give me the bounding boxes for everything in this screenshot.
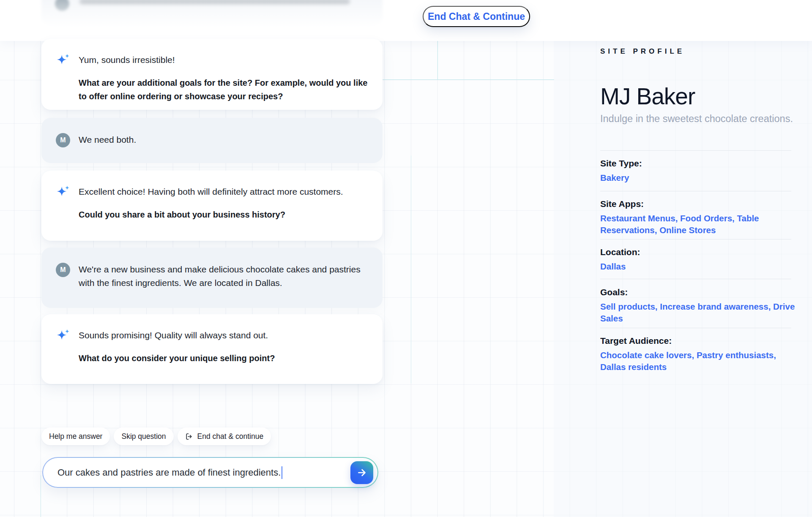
ai-message: Excellent choice! Having both will defin… — [41, 171, 383, 241]
panel-heading: SITE PROFILE — [600, 47, 685, 56]
message-body: We're a new business and make delicious … — [79, 263, 368, 308]
site-tagline: Indulge in the sweetest chocolate creati… — [600, 113, 793, 125]
ai-message-question: Could you share a bit about your busines… — [79, 208, 368, 221]
ai-message-question: What are your additional goals for the s… — [79, 76, 368, 103]
text-caret — [282, 466, 282, 479]
send-button[interactable] — [350, 461, 373, 484]
message-body: Sounds promising! Quality will always st… — [79, 329, 368, 384]
sparkle-icon — [56, 185, 70, 198]
ai-message: Yum, sounds irresistible! What are your … — [41, 39, 383, 110]
site-profile-panel: SITE PROFILE MJ Baker Indulge in the swe… — [600, 0, 799, 517]
ai-site-builder-app: End Chat & Continue Yum, sounds irresist… — [0, 0, 812, 517]
field-value-location: Dallas — [600, 261, 798, 272]
message-gutter — [56, 53, 70, 110]
message-gutter — [56, 185, 70, 241]
field-label-goals: Goals: — [600, 287, 628, 298]
field-label-location: Location: — [600, 247, 640, 258]
ai-message-text: Sounds promising! Quality will always st… — [79, 329, 368, 342]
message-gutter: M — [56, 263, 70, 308]
end-chat-continue-chip[interactable]: End chat & continue — [178, 427, 271, 445]
ai-message: Sounds promising! Quality will always st… — [41, 314, 383, 384]
chip-label: End chat & continue — [197, 432, 264, 441]
message-body: Excellent choice! Having both will defin… — [79, 185, 368, 241]
message-body: We need both. — [79, 133, 368, 163]
divider — [600, 150, 791, 151]
quick-actions-row: Help me answer Skip question End chat & … — [41, 427, 271, 445]
guide-line-vertical — [41, 475, 41, 517]
divider — [600, 191, 791, 191]
user-avatar: M — [56, 263, 70, 277]
message-input-value: Our cakes and pastries are made of fines… — [57, 467, 281, 478]
divider — [600, 239, 791, 239]
user-message-text: We need both. — [79, 133, 368, 147]
sparkle-icon — [56, 53, 70, 66]
message-input[interactable]: Our cakes and pastries are made of fines… — [42, 457, 378, 488]
guide-line-vertical — [411, 155, 411, 384]
user-message-text: We're a new business and make delicious … — [79, 263, 368, 290]
field-value-site-apps: Restaurant Menus, Food Orders, Table Res… — [600, 212, 798, 236]
field-value-goals: Sell products, Increase brand awareness,… — [600, 301, 798, 324]
message-gutter — [56, 329, 70, 384]
site-name: MJ Baker — [600, 83, 695, 110]
user-avatar: M — [56, 133, 70, 147]
ai-message-text: Excellent choice! Having both will defin… — [79, 185, 368, 199]
user-message: M We're a new business and make deliciou… — [41, 248, 383, 308]
exit-icon — [185, 433, 193, 441]
message-body: Yum, sounds irresistible! What are your … — [79, 53, 368, 110]
chip-label: Skip question — [121, 432, 166, 441]
chip-label: Help me answer — [49, 432, 102, 441]
user-message: M We need both. — [41, 118, 383, 163]
help-me-answer-chip[interactable]: Help me answer — [41, 427, 110, 445]
sparkle-icon — [56, 329, 70, 341]
field-label-site-type: Site Type: — [600, 158, 642, 169]
guide-line-horizontal — [383, 79, 554, 80]
field-value-site-type: Bakery — [600, 172, 798, 184]
arrow-right-icon — [356, 467, 367, 478]
ai-message-question: What do you consider your unique selling… — [79, 351, 368, 365]
field-label-site-apps: Site Apps: — [600, 199, 644, 210]
divider — [600, 279, 791, 279]
field-label-target-audience: Target Audience: — [600, 335, 672, 346]
message-input-inner: Our cakes and pastries are made of fines… — [43, 458, 377, 487]
skip-question-chip[interactable]: Skip question — [114, 427, 173, 445]
field-value-target-audience: Chocolate cake lovers, Pastry enthusiast… — [600, 349, 798, 373]
ai-message-text: Yum, sounds irresistible! — [79, 53, 368, 67]
message-gutter: M — [56, 133, 70, 163]
guide-line-vertical — [437, 41, 438, 80]
end-chat-continue-button[interactable]: End Chat & Continue — [423, 6, 530, 27]
divider — [600, 328, 791, 328]
